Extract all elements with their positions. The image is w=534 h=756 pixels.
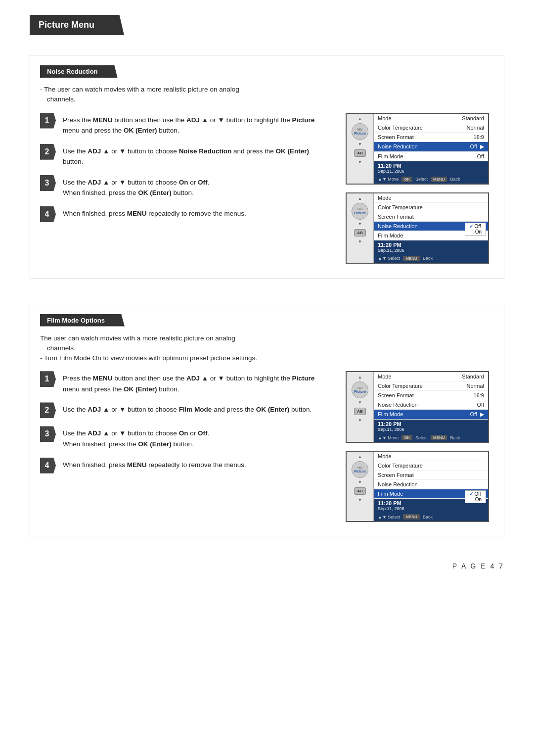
step-2: 2 Use the ADJ ▲ or ▼ button to choose No… bbox=[40, 144, 331, 167]
fm-s1-row-screenformat: Screen Format16:9 bbox=[374, 391, 488, 400]
nr-s1-row-screenformat: Screen Format16:9 bbox=[374, 133, 488, 142]
noise-reduction-intro: - The user can watch movies with a more … bbox=[40, 85, 494, 105]
step-text-3: Use the ADJ ▲ or ▼ button to choose On o… bbox=[63, 175, 209, 198]
fm-s2-footer: ▲▼ Select MENU Back bbox=[374, 513, 488, 521]
step-num-1: 1 bbox=[40, 113, 56, 129]
fm-screen-2: ▲ HUPicture ▼ AB ▼ Mode bbox=[346, 451, 489, 522]
nr-s2-footer: ▲▼ Select MENU Back bbox=[374, 254, 488, 263]
step-num-4: 4 bbox=[40, 206, 56, 222]
fm-step-4: 4 When finished, press MENU repeatedly t… bbox=[40, 458, 331, 473]
fm-s2-ab-btn: AB bbox=[354, 487, 366, 495]
nr-s1-row-filmmode: Film ModeOff bbox=[374, 152, 488, 161]
nr-s1-footer: ▲▼ Move OK Select MENU Back bbox=[374, 175, 488, 184]
fm-s2-left-panel: ▲ HUPicture ▼ AB ▼ bbox=[347, 452, 374, 521]
nr-s2-remote-dial: HUPicture bbox=[352, 203, 368, 220]
fm-s1-row-colortemp: Color TemperatureNormal bbox=[374, 381, 488, 391]
nr-s1-remote-dial: HUPicture bbox=[352, 123, 368, 140]
step-4: 4 When finished, press MENU repeatedly t… bbox=[40, 206, 331, 222]
page-number: P A G E 4 7 bbox=[30, 562, 504, 570]
noise-reduction-label: Noise Reduction bbox=[40, 65, 118, 78]
step-3: 3 Use the ADJ ▲ or ▼ button to choose On… bbox=[40, 175, 331, 198]
fm-step-num-2: 2 bbox=[40, 402, 56, 418]
nr-s2-menu: Mode Color Temperature Screen Format Noi… bbox=[374, 193, 488, 263]
fm-s1-left-panel: ▲ HUPicture ▼ AB ▼ bbox=[347, 372, 374, 442]
step-num-3: 3 bbox=[40, 175, 56, 191]
fm-s2-row-mode: Mode bbox=[374, 452, 488, 461]
film-mode-content: 1 Press the MENU button and then use the… bbox=[40, 371, 494, 522]
nr-screen-1: ▲ HUPicture ▼ AB ▼ ModeStandard bbox=[346, 113, 489, 185]
nr-screen-2: ▲ HUPicture ▼ AB ▼ Mode bbox=[346, 192, 489, 264]
nr-s1-row-noisereduction: Noise ReductionOff ▶ bbox=[374, 142, 488, 152]
fm-step-text-1: Press the MENU button and then use the A… bbox=[63, 371, 331, 394]
step-num-2: 2 bbox=[40, 144, 56, 160]
fm-s1-row-noisereduction: Noise ReductionOff bbox=[374, 400, 488, 410]
fm-step-3: 3 Use the ADJ ▲ or ▼ button to choose On… bbox=[40, 426, 331, 449]
step-text-4: When finished, press MENU repeatedly to … bbox=[63, 206, 246, 219]
fm-step-text-4: When finished, press MENU repeatedly to … bbox=[63, 458, 246, 471]
fm-s1-menu: ModeStandard Color TemperatureNormal Scr… bbox=[374, 372, 488, 442]
nr-s2-left-panel: ▲ HUPicture ▼ AB ▼ bbox=[347, 193, 374, 263]
nr-s2-ab-btn: AB bbox=[354, 229, 366, 236]
nr-s2-time: 11:20 PM Sep.11, 2006 bbox=[374, 240, 488, 254]
nr-s1-row-colortemp: Color TemperatureNormal bbox=[374, 123, 488, 133]
noise-reduction-screens: ▲ HUPicture ▼ AB ▼ ModeStandard bbox=[346, 113, 494, 264]
nr-s2-row-noisereduction: Noise Reduction ✓ Off On bbox=[374, 222, 488, 231]
step-text-1: Press the MENU button and then use the A… bbox=[63, 113, 331, 136]
fm-step-num-3: 3 bbox=[40, 426, 56, 442]
film-mode-intro: The user can watch movies with a more re… bbox=[40, 333, 494, 364]
fm-s2-row-colortemp: Color Temperature bbox=[374, 461, 488, 471]
fm-s2-remote-dial: HUPicture bbox=[352, 461, 368, 478]
film-mode-screens: ▲ HUPicture ▼ AB ▼ ModeStandard bbox=[346, 371, 494, 522]
step-text-2: Use the ADJ ▲ or ▼ button to choose Nois… bbox=[63, 144, 331, 167]
fm-step-text-3: Use the ADJ ▲ or ▼ button to choose On o… bbox=[63, 426, 209, 449]
film-mode-section: Film Mode Options The user can watch mov… bbox=[30, 304, 504, 538]
fm-s1-remote-dial: HUPicture bbox=[352, 381, 368, 398]
noise-reduction-section: Noise Reduction - The user can watch mov… bbox=[30, 55, 504, 279]
fm-s1-footer: ▲▼ Move OK Select MENU Back bbox=[374, 433, 488, 442]
nr-s1-menu: ModeStandard Color TemperatureNormal Scr… bbox=[374, 114, 488, 184]
fm-step-text-2: Use the ADJ ▲ or ▼ button to choose Film… bbox=[63, 402, 312, 415]
noise-reduction-steps: 1 Press the MENU button and then use the… bbox=[40, 113, 331, 231]
fm-step-2: 2 Use the ADJ ▲ or ▼ button to choose Fi… bbox=[40, 402, 331, 418]
nr-s2-row-screenformat: Screen Format bbox=[374, 212, 488, 222]
nr-s1-time: 11:20 PM Sep.11, 2006 bbox=[374, 161, 488, 175]
nr-s2-row-mode: Mode bbox=[374, 193, 488, 203]
fm-s2-row-screenformat: Screen Format bbox=[374, 471, 488, 480]
fm-s2-row-noisereduction: Noise Reduction bbox=[374, 480, 488, 489]
fm-step-num-1: 1 bbox=[40, 371, 56, 387]
film-mode-steps: 1 Press the MENU button and then use the… bbox=[40, 371, 331, 481]
noise-reduction-content: 1 Press the MENU button and then use the… bbox=[40, 113, 494, 264]
fm-s1-ab-btn: AB bbox=[354, 408, 366, 415]
fm-s1-time: 11:20 PM Sep.11, 2006 bbox=[374, 420, 488, 433]
fm-s2-row-filmmode: Film Mode ✓ Off On bbox=[374, 489, 488, 499]
step-1: 1 Press the MENU button and then use the… bbox=[40, 113, 331, 136]
fm-step-num-4: 4 bbox=[40, 458, 56, 473]
fm-step-1: 1 Press the MENU button and then use the… bbox=[40, 371, 331, 394]
fm-s1-row-mode: ModeStandard bbox=[374, 372, 488, 381]
film-mode-label: Film Mode Options bbox=[40, 314, 125, 327]
nr-s1-ab-btn: AB bbox=[354, 149, 366, 157]
page-container: Picture Menu Noise Reduction - The user … bbox=[20, 0, 514, 585]
page-title: Picture Menu bbox=[30, 15, 124, 35]
fm-s1-row-filmmode: Film ModeOff ▶ bbox=[374, 410, 488, 420]
nr-s1-row-mode: ModeStandard bbox=[374, 114, 488, 123]
nr-s2-row-colortemp: Color Temperature bbox=[374, 203, 488, 212]
nr-s1-left-panel: ▲ HUPicture ▼ AB ▼ bbox=[347, 114, 374, 184]
fm-s2-menu: Mode Color Temperature Screen Format Noi… bbox=[374, 452, 488, 521]
fm-screen-1: ▲ HUPicture ▼ AB ▼ ModeStandard bbox=[346, 371, 489, 443]
